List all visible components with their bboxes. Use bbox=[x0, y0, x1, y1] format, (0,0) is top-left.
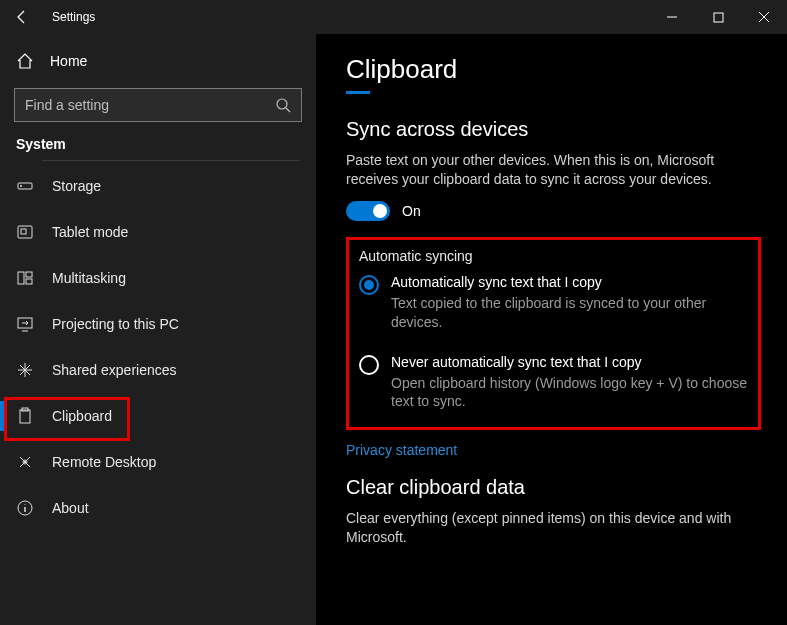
remote-icon bbox=[16, 453, 34, 471]
search-placeholder: Find a setting bbox=[25, 97, 275, 113]
svg-rect-4 bbox=[18, 226, 32, 238]
svg-point-1 bbox=[277, 99, 287, 109]
sync-toggle-state: On bbox=[402, 203, 421, 219]
svg-rect-8 bbox=[26, 279, 32, 284]
close-button[interactable] bbox=[741, 0, 787, 34]
sync-toggle[interactable] bbox=[346, 201, 390, 221]
sidebar-item-label: Storage bbox=[52, 178, 101, 194]
window-title: Settings bbox=[44, 10, 95, 24]
about-icon bbox=[16, 499, 34, 517]
radio-hint: Text copied to the clipboard is synced t… bbox=[391, 294, 748, 332]
page-title: Clipboard bbox=[346, 54, 761, 85]
sidebar-item-label: Clipboard bbox=[52, 408, 112, 424]
storage-icon bbox=[16, 177, 34, 195]
auto-sync-heading: Automatic syncing bbox=[359, 248, 748, 264]
sidebar-item-label: Remote Desktop bbox=[52, 454, 156, 470]
shared-icon bbox=[16, 361, 34, 379]
radio-never-sync[interactable]: Never automatically sync text that I cop… bbox=[359, 354, 748, 412]
back-button[interactable] bbox=[0, 0, 44, 34]
svg-rect-5 bbox=[21, 229, 26, 234]
privacy-link[interactable]: Privacy statement bbox=[346, 442, 457, 458]
svg-rect-0 bbox=[714, 13, 723, 22]
svg-rect-6 bbox=[18, 272, 24, 284]
tablet-icon bbox=[16, 223, 34, 241]
clipboard-icon bbox=[16, 407, 34, 425]
projecting-icon bbox=[16, 315, 34, 333]
maximize-button[interactable] bbox=[695, 0, 741, 34]
clear-heading: Clear clipboard data bbox=[346, 476, 761, 499]
home-nav[interactable]: Home bbox=[0, 42, 316, 80]
sidebar-section-label: System bbox=[0, 136, 316, 160]
svg-rect-7 bbox=[26, 272, 32, 277]
annotation-highlight-autosync: Automatic syncing Automatically sync tex… bbox=[346, 237, 761, 431]
sync-heading: Sync across devices bbox=[346, 118, 761, 141]
sidebar-item-label: Tablet mode bbox=[52, 224, 128, 240]
sidebar-item-remote-desktop[interactable]: Remote Desktop bbox=[0, 439, 316, 485]
sidebar-item-about[interactable]: About bbox=[0, 485, 316, 531]
svg-point-3 bbox=[20, 185, 22, 187]
home-label: Home bbox=[50, 53, 87, 69]
sync-description: Paste text on your other devices. When t… bbox=[346, 151, 761, 189]
home-icon bbox=[16, 52, 34, 70]
sidebar-item-clipboard[interactable]: Clipboard bbox=[0, 393, 316, 439]
sidebar: Home Find a setting System Storage Table… bbox=[0, 34, 316, 625]
sidebar-item-label: Shared experiences bbox=[52, 362, 177, 378]
clear-description: Clear everything (except pinned items) o… bbox=[346, 509, 761, 547]
radio-hint: Open clipboard history (Windows logo key… bbox=[391, 374, 748, 412]
sidebar-item-storage[interactable]: Storage bbox=[0, 163, 316, 209]
search-input[interactable]: Find a setting bbox=[14, 88, 302, 122]
radio-icon bbox=[359, 275, 379, 295]
titlebar: Settings bbox=[0, 0, 787, 34]
sidebar-nav-list: Storage Tablet mode Multitasking Project… bbox=[0, 160, 316, 625]
radio-auto-sync[interactable]: Automatically sync text that I copy Text… bbox=[359, 274, 748, 332]
sidebar-item-label: Projecting to this PC bbox=[52, 316, 179, 332]
title-underline bbox=[346, 91, 370, 94]
sidebar-item-projecting[interactable]: Projecting to this PC bbox=[0, 301, 316, 347]
search-icon bbox=[275, 97, 291, 113]
sidebar-item-shared-experiences[interactable]: Shared experiences bbox=[0, 347, 316, 393]
radio-label: Automatically sync text that I copy bbox=[391, 274, 748, 290]
sidebar-item-multitasking[interactable]: Multitasking bbox=[0, 255, 316, 301]
radio-icon bbox=[359, 355, 379, 375]
sidebar-item-label: Multitasking bbox=[52, 270, 126, 286]
sidebar-item-tablet-mode[interactable]: Tablet mode bbox=[0, 209, 316, 255]
content-pane: Clipboard Sync across devices Paste text… bbox=[316, 34, 787, 625]
radio-label: Never automatically sync text that I cop… bbox=[391, 354, 748, 370]
minimize-button[interactable] bbox=[649, 0, 695, 34]
svg-rect-10 bbox=[20, 410, 30, 423]
sidebar-item-label: About bbox=[52, 500, 89, 516]
multitask-icon bbox=[16, 269, 34, 287]
